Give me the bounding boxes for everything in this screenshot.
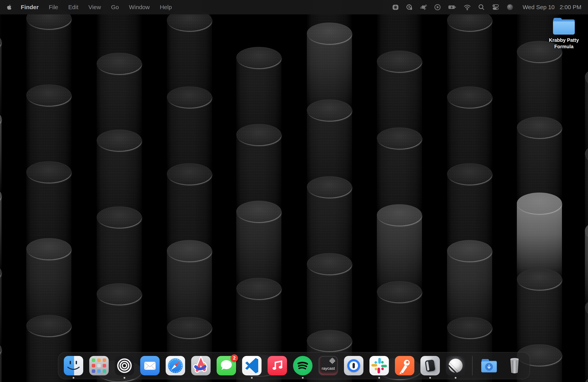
running-indicator xyxy=(429,377,431,379)
raycast-label: raycast xyxy=(318,366,338,371)
dock-raycast-icon[interactable]: raycast xyxy=(318,356,338,375)
dock-mail-icon[interactable] xyxy=(140,356,160,375)
dock-arc-browser-icon[interactable] xyxy=(191,356,210,375)
battery-charging-icon[interactable] xyxy=(448,4,457,11)
desktop-folder-krabby-patty-formula[interactable]: Krabby Patty Formula xyxy=(547,18,581,50)
dock-1password-icon[interactable] xyxy=(344,356,363,375)
dock: 2 xyxy=(58,352,530,379)
raycast-logo-icon xyxy=(329,358,336,364)
running-indicator xyxy=(378,377,380,379)
folder-label: Krabby Patty Formula xyxy=(547,37,581,50)
dock-postman-icon[interactable] xyxy=(395,356,414,375)
spotlight-search-icon[interactable] xyxy=(478,4,485,11)
menu-window[interactable]: Window xyxy=(129,4,150,11)
dock-downloads-folder-icon[interactable] xyxy=(479,356,499,375)
dock-dark-card-app-icon[interactable] xyxy=(420,356,440,375)
download-arrow-icon xyxy=(485,363,493,371)
desktop-wallpaper xyxy=(0,0,588,382)
control-center-icon[interactable] xyxy=(492,4,499,11)
messages-notification-badge: 2 xyxy=(231,354,238,362)
lock-timer-icon[interactable] xyxy=(406,4,413,11)
menu-edit[interactable]: Edit xyxy=(68,4,78,11)
dock-vscode-icon[interactable] xyxy=(242,356,262,375)
menubar-time: 2:00 PM xyxy=(560,4,581,11)
menu-help[interactable]: Help xyxy=(160,4,172,11)
keyboard-brightness-icon[interactable] xyxy=(392,4,399,11)
orb-menu-icon[interactable] xyxy=(506,3,514,11)
dock-safari-icon[interactable] xyxy=(166,356,185,375)
dock-separator xyxy=(472,356,473,375)
dock-launchpad-icon[interactable] xyxy=(89,356,109,375)
menu-file[interactable]: File xyxy=(49,4,58,11)
menubar-clock[interactable]: Wed Sep 10 2:00 PM xyxy=(523,4,581,11)
menubar-date: Wed Sep 10 xyxy=(523,4,555,11)
dock-messages-icon[interactable]: 2 xyxy=(217,356,236,375)
dock-apple-music-icon[interactable] xyxy=(268,356,287,375)
menu-view[interactable]: View xyxy=(88,4,101,11)
dock-spotify-icon[interactable] xyxy=(293,356,313,375)
running-indicator xyxy=(73,377,74,379)
app-menu-finder[interactable]: Finder xyxy=(21,4,39,11)
running-indicator xyxy=(124,377,126,379)
dock-slack-icon[interactable] xyxy=(369,356,389,375)
running-indicator xyxy=(455,377,457,379)
folder-icon xyxy=(553,18,575,35)
macos-desktop: Finder File Edit View Go Window Help xyxy=(0,0,588,382)
running-indicator xyxy=(302,377,304,379)
play-circle-icon[interactable] xyxy=(434,4,441,11)
apple-logo-icon[interactable] xyxy=(7,4,12,10)
dock-striped-sphere-app-icon[interactable] xyxy=(446,356,465,375)
striped-diamond-icon[interactable] xyxy=(420,4,427,11)
wifi-icon[interactable] xyxy=(463,4,471,11)
running-indicator xyxy=(251,377,253,379)
dock-concentric-rings-app-icon[interactable] xyxy=(115,356,134,375)
menu-go[interactable]: Go xyxy=(111,4,119,11)
menu-bar: Finder File Edit View Go Window Help xyxy=(0,0,588,14)
dock-trash-empty-icon[interactable] xyxy=(505,356,524,375)
dock-finder-icon[interactable] xyxy=(64,356,83,375)
